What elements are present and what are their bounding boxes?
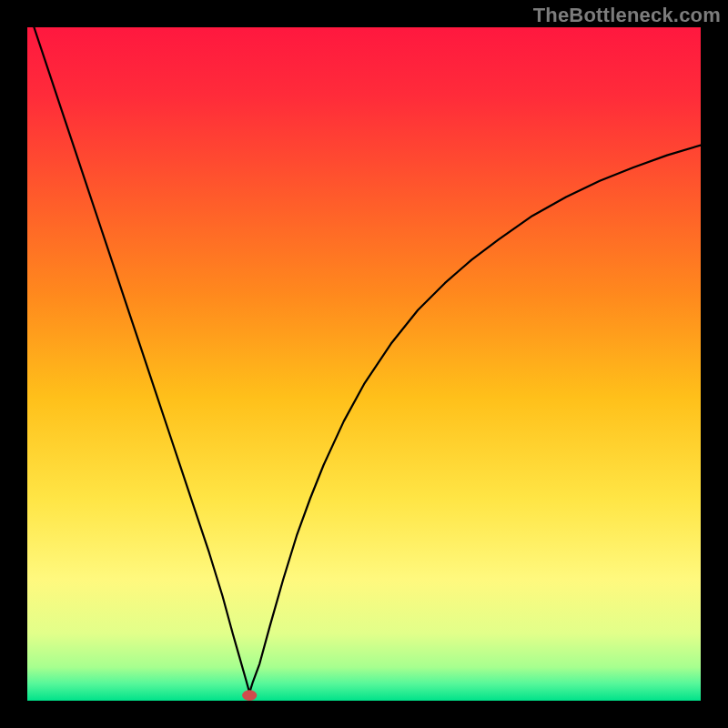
chart-frame: TheBottleneck.com [0, 0, 728, 728]
gradient-background [27, 27, 701, 701]
plot-area [27, 27, 701, 701]
watermark-text: TheBottleneck.com [533, 4, 721, 27]
chart-svg [27, 27, 701, 701]
minimum-marker [242, 690, 257, 701]
